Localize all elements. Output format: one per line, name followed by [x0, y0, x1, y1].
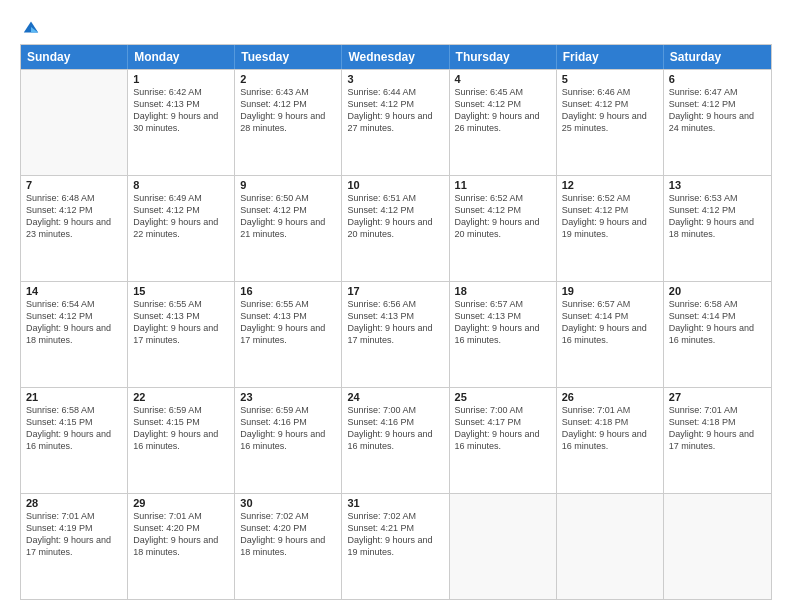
calendar-cell: 27Sunrise: 7:01 AM Sunset: 4:18 PM Dayli… — [664, 388, 771, 493]
calendar-cell: 5Sunrise: 6:46 AM Sunset: 4:12 PM Daylig… — [557, 70, 664, 175]
calendar-cell: 19Sunrise: 6:57 AM Sunset: 4:14 PM Dayli… — [557, 282, 664, 387]
calendar-body: 1Sunrise: 6:42 AM Sunset: 4:13 PM Daylig… — [21, 69, 771, 599]
calendar-cell: 28Sunrise: 7:01 AM Sunset: 4:19 PM Dayli… — [21, 494, 128, 599]
day-number: 26 — [562, 391, 658, 403]
day-number: 16 — [240, 285, 336, 297]
day-number: 21 — [26, 391, 122, 403]
day-info: Sunrise: 6:55 AM Sunset: 4:13 PM Dayligh… — [133, 298, 229, 347]
day-number: 5 — [562, 73, 658, 85]
day-number: 18 — [455, 285, 551, 297]
day-number: 29 — [133, 497, 229, 509]
calendar-cell: 9Sunrise: 6:50 AM Sunset: 4:12 PM Daylig… — [235, 176, 342, 281]
day-info: Sunrise: 6:59 AM Sunset: 4:16 PM Dayligh… — [240, 404, 336, 453]
day-info: Sunrise: 6:42 AM Sunset: 4:13 PM Dayligh… — [133, 86, 229, 135]
header-day-thursday: Thursday — [450, 45, 557, 69]
calendar-cell: 29Sunrise: 7:01 AM Sunset: 4:20 PM Dayli… — [128, 494, 235, 599]
calendar-cell: 4Sunrise: 6:45 AM Sunset: 4:12 PM Daylig… — [450, 70, 557, 175]
day-info: Sunrise: 6:49 AM Sunset: 4:12 PM Dayligh… — [133, 192, 229, 241]
calendar-cell: 6Sunrise: 6:47 AM Sunset: 4:12 PM Daylig… — [664, 70, 771, 175]
day-number: 17 — [347, 285, 443, 297]
calendar-cell — [21, 70, 128, 175]
calendar: SundayMondayTuesdayWednesdayThursdayFrid… — [20, 44, 772, 600]
day-info: Sunrise: 6:52 AM Sunset: 4:12 PM Dayligh… — [455, 192, 551, 241]
day-info: Sunrise: 7:00 AM Sunset: 4:17 PM Dayligh… — [455, 404, 551, 453]
day-info: Sunrise: 6:58 AM Sunset: 4:14 PM Dayligh… — [669, 298, 766, 347]
day-info: Sunrise: 6:56 AM Sunset: 4:13 PM Dayligh… — [347, 298, 443, 347]
day-info: Sunrise: 6:55 AM Sunset: 4:13 PM Dayligh… — [240, 298, 336, 347]
day-info: Sunrise: 7:01 AM Sunset: 4:18 PM Dayligh… — [562, 404, 658, 453]
day-info: Sunrise: 7:01 AM Sunset: 4:19 PM Dayligh… — [26, 510, 122, 559]
calendar-cell: 7Sunrise: 6:48 AM Sunset: 4:12 PM Daylig… — [21, 176, 128, 281]
calendar-cell: 3Sunrise: 6:44 AM Sunset: 4:12 PM Daylig… — [342, 70, 449, 175]
calendar-cell: 14Sunrise: 6:54 AM Sunset: 4:12 PM Dayli… — [21, 282, 128, 387]
calendar-cell: 20Sunrise: 6:58 AM Sunset: 4:14 PM Dayli… — [664, 282, 771, 387]
day-info: Sunrise: 7:02 AM Sunset: 4:21 PM Dayligh… — [347, 510, 443, 559]
day-info: Sunrise: 6:59 AM Sunset: 4:15 PM Dayligh… — [133, 404, 229, 453]
day-number: 23 — [240, 391, 336, 403]
day-info: Sunrise: 6:58 AM Sunset: 4:15 PM Dayligh… — [26, 404, 122, 453]
calendar-cell: 13Sunrise: 6:53 AM Sunset: 4:12 PM Dayli… — [664, 176, 771, 281]
header-day-tuesday: Tuesday — [235, 45, 342, 69]
day-number: 12 — [562, 179, 658, 191]
day-info: Sunrise: 6:53 AM Sunset: 4:12 PM Dayligh… — [669, 192, 766, 241]
calendar-row: 7Sunrise: 6:48 AM Sunset: 4:12 PM Daylig… — [21, 175, 771, 281]
day-number: 31 — [347, 497, 443, 509]
day-info: Sunrise: 6:45 AM Sunset: 4:12 PM Dayligh… — [455, 86, 551, 135]
day-number: 19 — [562, 285, 658, 297]
day-info: Sunrise: 6:44 AM Sunset: 4:12 PM Dayligh… — [347, 86, 443, 135]
calendar-row: 1Sunrise: 6:42 AM Sunset: 4:13 PM Daylig… — [21, 69, 771, 175]
day-number: 10 — [347, 179, 443, 191]
day-number: 4 — [455, 73, 551, 85]
day-info: Sunrise: 6:50 AM Sunset: 4:12 PM Dayligh… — [240, 192, 336, 241]
day-info: Sunrise: 6:54 AM Sunset: 4:12 PM Dayligh… — [26, 298, 122, 347]
calendar-cell: 26Sunrise: 7:01 AM Sunset: 4:18 PM Dayli… — [557, 388, 664, 493]
day-number: 6 — [669, 73, 766, 85]
day-number: 11 — [455, 179, 551, 191]
calendar-cell: 21Sunrise: 6:58 AM Sunset: 4:15 PM Dayli… — [21, 388, 128, 493]
day-number: 27 — [669, 391, 766, 403]
calendar-header: SundayMondayTuesdayWednesdayThursdayFrid… — [21, 45, 771, 69]
day-number: 25 — [455, 391, 551, 403]
calendar-cell — [450, 494, 557, 599]
day-number: 30 — [240, 497, 336, 509]
day-info: Sunrise: 6:51 AM Sunset: 4:12 PM Dayligh… — [347, 192, 443, 241]
header-day-sunday: Sunday — [21, 45, 128, 69]
day-info: Sunrise: 6:57 AM Sunset: 4:13 PM Dayligh… — [455, 298, 551, 347]
day-info: Sunrise: 6:48 AM Sunset: 4:12 PM Dayligh… — [26, 192, 122, 241]
calendar-cell: 8Sunrise: 6:49 AM Sunset: 4:12 PM Daylig… — [128, 176, 235, 281]
day-info: Sunrise: 7:01 AM Sunset: 4:18 PM Dayligh… — [669, 404, 766, 453]
calendar-cell: 15Sunrise: 6:55 AM Sunset: 4:13 PM Dayli… — [128, 282, 235, 387]
calendar-cell: 18Sunrise: 6:57 AM Sunset: 4:13 PM Dayli… — [450, 282, 557, 387]
day-number: 24 — [347, 391, 443, 403]
calendar-cell: 30Sunrise: 7:02 AM Sunset: 4:20 PM Dayli… — [235, 494, 342, 599]
logo — [20, 18, 40, 36]
calendar-cell: 16Sunrise: 6:55 AM Sunset: 4:13 PM Dayli… — [235, 282, 342, 387]
day-number: 20 — [669, 285, 766, 297]
day-info: Sunrise: 6:57 AM Sunset: 4:14 PM Dayligh… — [562, 298, 658, 347]
calendar-cell: 10Sunrise: 6:51 AM Sunset: 4:12 PM Dayli… — [342, 176, 449, 281]
calendar-cell — [557, 494, 664, 599]
day-info: Sunrise: 6:47 AM Sunset: 4:12 PM Dayligh… — [669, 86, 766, 135]
calendar-row: 28Sunrise: 7:01 AM Sunset: 4:19 PM Dayli… — [21, 493, 771, 599]
calendar-cell: 12Sunrise: 6:52 AM Sunset: 4:12 PM Dayli… — [557, 176, 664, 281]
calendar-cell: 1Sunrise: 6:42 AM Sunset: 4:13 PM Daylig… — [128, 70, 235, 175]
day-number: 13 — [669, 179, 766, 191]
day-number: 22 — [133, 391, 229, 403]
calendar-cell — [664, 494, 771, 599]
header-day-saturday: Saturday — [664, 45, 771, 69]
calendar-cell: 23Sunrise: 6:59 AM Sunset: 4:16 PM Dayli… — [235, 388, 342, 493]
calendar-cell: 31Sunrise: 7:02 AM Sunset: 4:21 PM Dayli… — [342, 494, 449, 599]
day-info: Sunrise: 7:01 AM Sunset: 4:20 PM Dayligh… — [133, 510, 229, 559]
calendar-row: 14Sunrise: 6:54 AM Sunset: 4:12 PM Dayli… — [21, 281, 771, 387]
day-number: 9 — [240, 179, 336, 191]
day-number: 8 — [133, 179, 229, 191]
day-number: 14 — [26, 285, 122, 297]
day-number: 2 — [240, 73, 336, 85]
day-number: 3 — [347, 73, 443, 85]
calendar-row: 21Sunrise: 6:58 AM Sunset: 4:15 PM Dayli… — [21, 387, 771, 493]
header — [20, 18, 772, 36]
day-info: Sunrise: 7:00 AM Sunset: 4:16 PM Dayligh… — [347, 404, 443, 453]
header-day-friday: Friday — [557, 45, 664, 69]
calendar-cell: 25Sunrise: 7:00 AM Sunset: 4:17 PM Dayli… — [450, 388, 557, 493]
day-number: 7 — [26, 179, 122, 191]
